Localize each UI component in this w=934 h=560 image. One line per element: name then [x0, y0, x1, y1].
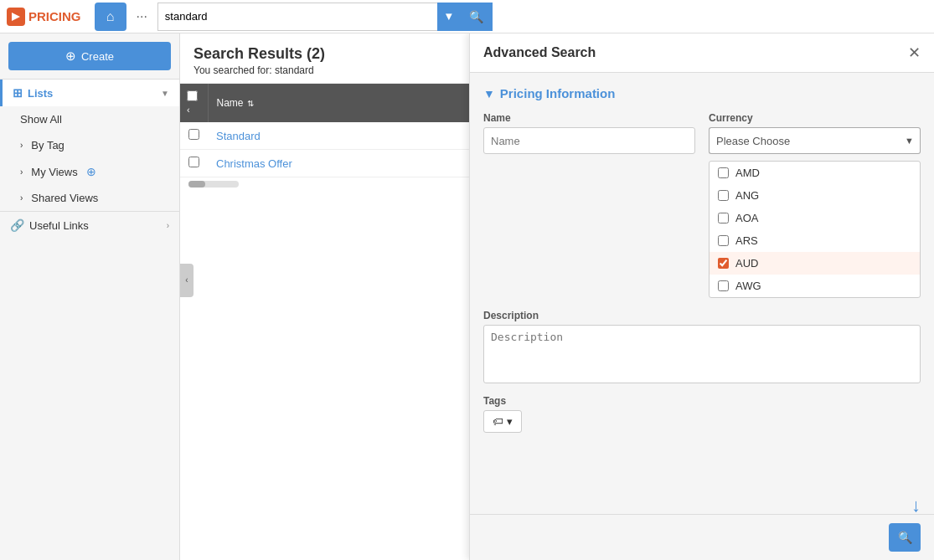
- sidebar-item-show-all[interactable]: Show All: [0, 106, 179, 132]
- ars-checkbox[interactable]: [718, 235, 729, 246]
- currency-item-ang[interactable]: ANG: [710, 184, 920, 207]
- plus-circle-icon: ⊕: [65, 49, 76, 64]
- sidebar-section-useful-links: 🔗 Useful Links ›: [0, 211, 179, 239]
- table-select-all-header[interactable]: ‹: [180, 84, 208, 122]
- search-button-wrapper: ↓ 🔍: [889, 523, 921, 552]
- currency-select-wrapper: Please Choose ▼: [709, 127, 921, 154]
- search-input[interactable]: [157, 3, 437, 31]
- more-options-button[interactable]: ···: [132, 6, 152, 28]
- currency-item-amd[interactable]: AMD: [710, 162, 920, 184]
- search-dropdown-button[interactable]: ▼: [437, 3, 461, 31]
- tags-row: Tags 🏷 ▾: [483, 395, 921, 433]
- amd-checkbox[interactable]: [718, 167, 729, 178]
- app-logo: PRICING: [7, 8, 81, 26]
- search-icon: 🔍: [469, 10, 483, 23]
- you-searched-label: You searched for:: [194, 64, 272, 76]
- section-chevron-icon: ▼: [483, 87, 495, 100]
- sidebar-lists-label: Lists: [28, 87, 53, 100]
- main-layout: ⊕ Create ⊞ Lists ▼ Show All › By Tag › M…: [0, 33, 934, 560]
- description-row: Description: [483, 310, 921, 383]
- description-form-group: Description: [483, 310, 921, 383]
- footer-search-icon: 🔍: [898, 531, 912, 544]
- sidebar-item-lists[interactable]: ⊞ Lists ▼: [0, 80, 179, 106]
- currency-chevron-icon: ▼: [905, 136, 914, 146]
- content-area: Search Results (2) You searched for: sta…: [180, 33, 934, 560]
- currency-item-aud[interactable]: AUD: [710, 252, 920, 275]
- currency-display: Please Choose: [709, 127, 899, 154]
- search-go-button[interactable]: 🔍: [461, 3, 493, 31]
- sidebar: ⊕ Create ⊞ Lists ▼ Show All › By Tag › M…: [0, 33, 180, 560]
- row-checkbox-cell-2[interactable]: [180, 150, 208, 177]
- row-checkbox-2[interactable]: [188, 157, 199, 167]
- name-col-label: Name: [217, 97, 244, 109]
- name-currency-row: Name Currency Please Choose ▼: [483, 112, 921, 298]
- tag-icon: 🏷: [493, 415, 503, 428]
- aoa-label: AOA: [735, 212, 758, 224]
- link-icon: 🔗: [10, 218, 24, 232]
- home-icon: ⌂: [106, 9, 115, 24]
- description-input[interactable]: [483, 325, 921, 383]
- currency-item-aoa[interactable]: AOA: [710, 207, 920, 229]
- lists-arrow-icon: ▼: [161, 89, 169, 98]
- sidebar-item-shared-views[interactable]: › Shared Views: [0, 185, 179, 211]
- shared-views-label: Shared Views: [31, 192, 98, 204]
- tags-button[interactable]: 🏷 ▾: [483, 410, 522, 433]
- useful-links-arrow-icon: ›: [167, 221, 169, 230]
- add-view-icon[interactable]: ⊕: [86, 165, 96, 178]
- currency-list: AMD ANG AOA: [709, 161, 921, 298]
- shared-views-arrow-icon: ›: [20, 193, 23, 203]
- sidebar-item-by-tag[interactable]: › By Tag: [0, 132, 179, 158]
- dropdown-arrow-indicator: ↑: [492, 0, 501, 4]
- advanced-search-panel: Advanced Search ✕ ▼ Pricing Information …: [469, 33, 934, 560]
- home-button[interactable]: ⌂: [95, 3, 126, 31]
- select-all-checkbox[interactable]: [187, 90, 198, 101]
- create-button[interactable]: ⊕ Create: [8, 42, 171, 70]
- close-button[interactable]: ✕: [908, 44, 921, 62]
- advanced-panel-header: Advanced Search ✕: [470, 33, 934, 73]
- top-bar: PRICING ⌂ ··· ▼ 🔍 ↑: [0, 0, 934, 33]
- my-views-arrow-icon: ›: [20, 167, 23, 177]
- currency-form-group: Currency Please Choose ▼: [709, 112, 921, 298]
- ang-checkbox[interactable]: [718, 190, 729, 201]
- pricing-info-section-header[interactable]: ▼ Pricing Information: [483, 86, 921, 100]
- advanced-search-footer: ↓ 🔍: [470, 514, 934, 560]
- row-checkbox-cell[interactable]: [180, 122, 208, 150]
- chevron-down-icon: ▼: [443, 10, 454, 23]
- currency-item-awg[interactable]: AWG: [710, 275, 920, 297]
- grid-icon: ⊞: [13, 86, 23, 100]
- useful-links-label: Useful Links: [29, 219, 89, 232]
- ars-label: ARS: [735, 234, 758, 247]
- my-views-label: My Views: [31, 166, 77, 178]
- advanced-search-title: Advanced Search: [483, 45, 596, 60]
- row-checkbox[interactable]: [188, 129, 199, 140]
- currency-placeholder: Please Choose: [716, 135, 790, 147]
- currency-label: Currency: [709, 112, 921, 124]
- sidebar-item-useful-links[interactable]: 🔗 Useful Links ›: [0, 212, 179, 239]
- footer-arrow-indicator: ↓: [911, 495, 921, 516]
- tags-label: Tags: [483, 395, 921, 407]
- aoa-checkbox[interactable]: [718, 213, 729, 223]
- currency-item-ars[interactable]: ARS: [710, 229, 920, 252]
- create-label: Create: [81, 50, 114, 63]
- search-wrapper: ▼ 🔍 ↑: [157, 3, 493, 31]
- section-title: Pricing Information: [500, 86, 616, 100]
- logo-icon: [7, 8, 25, 26]
- name-form-group: Name: [483, 112, 695, 298]
- by-tag-label: By Tag: [31, 139, 65, 152]
- ang-label: ANG: [735, 189, 759, 202]
- show-all-label: Show All: [20, 113, 62, 126]
- aud-checkbox[interactable]: [718, 258, 729, 269]
- search-term: standard: [275, 64, 314, 76]
- advanced-search-body: ▼ Pricing Information Name Currency Plea…: [470, 73, 934, 514]
- name-input[interactable]: [483, 127, 695, 154]
- sidebar-item-my-views[interactable]: › My Views ⊕: [0, 158, 179, 185]
- amd-label: AMD: [735, 167, 760, 179]
- advanced-search-button[interactable]: 🔍: [889, 523, 921, 552]
- currency-dropdown-button[interactable]: ▼: [899, 127, 921, 154]
- name-label: Name: [483, 112, 695, 124]
- by-tag-arrow-icon: ›: [20, 141, 23, 150]
- dots-icon: ···: [137, 9, 147, 23]
- awg-checkbox[interactable]: [718, 280, 729, 291]
- back-arrow-icon[interactable]: ‹: [187, 105, 190, 115]
- tags-dropdown-icon: ▾: [507, 415, 513, 428]
